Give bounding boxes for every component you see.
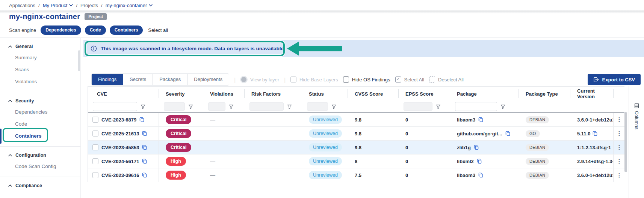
sidebar-section-general[interactable]: General bbox=[0, 41, 80, 52]
tab-findings[interactable]: Findings bbox=[92, 74, 123, 85]
copy-icon[interactable] bbox=[474, 145, 479, 150]
sidebar-item-violations[interactable]: Violations bbox=[0, 76, 80, 88]
filter-funnel-icon[interactable] bbox=[287, 104, 292, 109]
sidebar-section-configuration[interactable]: Configuration bbox=[0, 150, 80, 160]
columns-rail[interactable]: Columns bbox=[629, 86, 644, 198]
select-all-checkbox-icon[interactable]: ✓ bbox=[395, 76, 401, 82]
package-copy-button[interactable] bbox=[477, 159, 482, 164]
cve-link[interactable]: CVE-2023-6879 bbox=[101, 117, 136, 123]
column-header-cve[interactable]: CVE bbox=[88, 87, 159, 101]
table-row[interactable]: CVE-2023-45853 Critical — Unreviewed 9.8… bbox=[88, 141, 624, 154]
tab-secrets[interactable]: Secrets bbox=[123, 74, 153, 85]
deselect-all-icon[interactable] bbox=[429, 76, 435, 82]
sidebar-item-scans[interactable]: Scans bbox=[0, 64, 80, 76]
column-header-cvss-score[interactable]: CVSS Score bbox=[348, 87, 399, 101]
copy-icon[interactable] bbox=[477, 159, 482, 164]
column-header-severity[interactable]: Severity bbox=[159, 87, 203, 101]
cve-copy-button[interactable] bbox=[142, 145, 147, 150]
scan-engine-pill-dependencies[interactable]: Dependencies bbox=[41, 26, 81, 35]
breadcrumb-item-my-nginx-container[interactable]: my-nginx-container bbox=[106, 3, 153, 8]
deselect-all-label[interactable]: Deselect All bbox=[438, 77, 464, 82]
column-header-package-type[interactable]: Package Type bbox=[519, 87, 570, 101]
cve-link[interactable]: CVE-2023-45853 bbox=[101, 145, 139, 150]
breadcrumb-item-projects[interactable]: Projects bbox=[80, 3, 98, 8]
cve-link[interactable]: CVE-2023-39616 bbox=[101, 172, 139, 178]
cve-copy-button[interactable] bbox=[142, 172, 147, 178]
select-all-control[interactable]: ✓ Select All bbox=[395, 76, 424, 82]
copy-icon[interactable] bbox=[142, 159, 147, 164]
column-header-risk-factors[interactable]: Risk Factors bbox=[245, 87, 302, 101]
package-copy-button[interactable] bbox=[505, 131, 510, 136]
filter-funnel-icon[interactable] bbox=[436, 104, 441, 109]
row-checkbox[interactable] bbox=[92, 117, 98, 123]
column-header-status[interactable]: Status bbox=[302, 87, 348, 101]
row-menu-button[interactable]: ⋮ bbox=[614, 127, 625, 140]
package-copy-button[interactable] bbox=[478, 172, 483, 178]
copy-icon[interactable] bbox=[505, 131, 510, 136]
sidebar-item-code[interactable]: Code bbox=[0, 118, 80, 130]
export-to-csv-button[interactable]: Export to CSV bbox=[588, 74, 641, 85]
version-copy-button[interactable] bbox=[593, 131, 597, 136]
filter-funnel-icon[interactable] bbox=[188, 104, 193, 109]
package-copy-button[interactable] bbox=[478, 117, 483, 122]
column-header-violations[interactable]: Violations bbox=[203, 87, 245, 101]
cve-copy-button[interactable] bbox=[139, 117, 144, 122]
row-checkbox[interactable] bbox=[92, 130, 98, 136]
filter-select-epss-score[interactable] bbox=[404, 102, 432, 111]
package-copy-button[interactable] bbox=[474, 145, 479, 150]
copy-icon[interactable] bbox=[139, 117, 144, 122]
cve-copy-button[interactable] bbox=[142, 159, 147, 164]
cve-link[interactable]: CVE-2025-21613 bbox=[101, 131, 139, 136]
copy-icon[interactable] bbox=[142, 172, 147, 178]
breadcrumb-item-applications[interactable]: Applications bbox=[9, 3, 35, 8]
cve-link[interactable]: CVE-2024-56171 bbox=[101, 159, 139, 164]
table-row[interactable]: CVE-2023-39616 High — Unreviewed 7.5 0 l… bbox=[88, 168, 624, 182]
table-row[interactable]: CVE-2023-6879 Critical — Unreviewed 9.8 … bbox=[88, 113, 624, 127]
copy-icon[interactable] bbox=[478, 172, 483, 178]
row-checkbox[interactable] bbox=[92, 158, 98, 164]
cve-copy-button[interactable] bbox=[142, 131, 147, 136]
row-menu-button[interactable]: ⋮ bbox=[614, 141, 625, 154]
sidebar-section-compliance[interactable]: Compliance bbox=[0, 180, 80, 191]
row-menu-button[interactable]: ⋮ bbox=[614, 168, 625, 182]
filter-select-risk-factors[interactable] bbox=[249, 102, 284, 111]
row-menu-button[interactable]: ⋮ bbox=[614, 113, 625, 126]
filter-funnel-icon[interactable] bbox=[229, 104, 234, 109]
breadcrumb-item-my-product[interactable]: My Product bbox=[43, 3, 73, 8]
filter-select-status[interactable] bbox=[307, 102, 328, 111]
filter-input-cve[interactable] bbox=[93, 102, 137, 111]
hide-os-findings-checkbox[interactable] bbox=[343, 76, 349, 82]
scan-engine-pill-code[interactable]: Code bbox=[85, 26, 106, 35]
copy-icon[interactable] bbox=[593, 131, 597, 136]
tab-deployments[interactable]: Deployments bbox=[187, 74, 229, 85]
tab-packages[interactable]: Packages bbox=[153, 74, 187, 85]
row-checkbox[interactable] bbox=[92, 144, 98, 150]
select-all-label[interactable]: Select All bbox=[404, 77, 424, 82]
row-checkbox[interactable] bbox=[92, 172, 98, 178]
filter-funnel-icon[interactable] bbox=[331, 104, 336, 109]
column-header-package[interactable]: Package bbox=[450, 87, 519, 101]
table-row[interactable]: CVE-2025-21613 Critical — Unreviewed 9.8… bbox=[88, 127, 624, 141]
sidebar-item-containers[interactable]: Containers bbox=[0, 130, 80, 142]
sidebar-item-summary[interactable]: Summary bbox=[0, 52, 80, 64]
filter-funnel-icon[interactable] bbox=[141, 104, 145, 109]
table-row[interactable]: CVE-2024-56171 High — Unreviewed 8 0 lib… bbox=[88, 154, 624, 168]
hide-os-findings-label[interactable]: Hide OS Findings bbox=[352, 77, 390, 82]
select-all-engines-link[interactable]: Select all bbox=[148, 27, 168, 33]
filter-input-package[interactable] bbox=[455, 102, 497, 111]
copy-icon[interactable] bbox=[142, 131, 147, 136]
hide-os-findings-control[interactable]: Hide OS Findings bbox=[343, 76, 390, 82]
sidebar-section-security[interactable]: Security bbox=[0, 96, 80, 106]
filter-select-violations[interactable] bbox=[208, 102, 225, 111]
row-menu-button[interactable]: ⋮ bbox=[614, 154, 625, 168]
table-scrollbar[interactable] bbox=[624, 112, 627, 172]
sidebar-scrollbar[interactable] bbox=[78, 50, 80, 71]
copy-icon[interactable] bbox=[142, 145, 147, 150]
deselect-all-control[interactable]: Deselect All bbox=[429, 76, 464, 82]
scan-engine-pill-containers[interactable]: Containers bbox=[110, 26, 143, 35]
sidebar-item-code-scan-config[interactable]: Code Scan Config bbox=[0, 160, 80, 172]
sidebar-item-dependencies[interactable]: Dependencies bbox=[0, 106, 80, 118]
column-header-epss-score[interactable]: EPSS Score bbox=[399, 87, 450, 101]
filter-select-severity[interactable] bbox=[164, 102, 185, 111]
filter-funnel-icon[interactable] bbox=[500, 104, 505, 109]
